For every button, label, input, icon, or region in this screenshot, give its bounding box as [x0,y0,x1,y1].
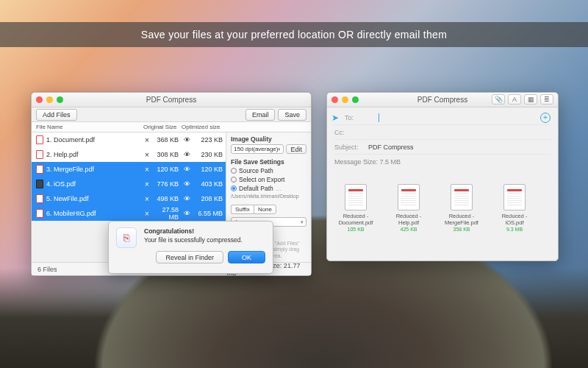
format-icon[interactable]: ≣ [540,94,553,105]
send-icon[interactable]: ➤ [331,113,339,123]
attachment-name: Reduced - Document.pdf [334,213,377,226]
image-quality-dropdown[interactable]: 150 dpi(average) ▾ [231,144,284,154]
preview-icon[interactable]: 👁 [182,151,192,158]
option-select-on-export[interactable]: Select on Export [231,176,306,183]
remove-file-icon[interactable]: × [143,136,151,144]
message-size: Message Size: 7.5 MB [334,158,401,166]
default-path-value: /Users/nikita.bhimani/Desktop [231,194,306,199]
maximize-icon[interactable] [352,96,359,103]
preview-icon[interactable]: 👁 [182,210,192,217]
optimized-size: 6.55 MB [192,210,226,217]
remove-file-icon[interactable]: × [143,151,151,159]
pdf-icon [451,184,473,210]
pdf-icon [36,165,43,174]
attachment-item[interactable]: Reduced - MergeFile.pdf358 KB [440,184,483,232]
pdf-icon [503,184,526,210]
photo-icon[interactable]: ▦ [524,94,537,105]
file-save-settings-label: File Save Settings [231,158,306,166]
optimized-size: 208 KB [192,195,226,202]
image-quality-value: 150 dpi(average) [234,146,278,152]
original-size: 368 KB [151,136,182,144]
col-filename[interactable]: File Name [32,122,143,132]
remove-file-icon[interactable]: × [143,180,151,188]
to-field[interactable] [379,113,536,122]
original-size: 308 KB [151,151,182,158]
file-name: 2. Help.pdf [46,151,79,158]
pdf-icon [36,135,43,144]
pdf-icon [36,209,43,218]
reveal-in-finder-button[interactable]: Reveal in Finder [156,251,223,263]
titlebar[interactable]: PDF Compress 📎 A ▦ ≣ [327,93,558,107]
remove-file-icon[interactable]: × [143,195,151,203]
save-button[interactable]: Save [278,109,306,121]
suffix-seg[interactable]: Suffix [231,205,254,214]
add-files-button[interactable]: Add Files [36,109,77,121]
dialog-title: Congratulations! [144,227,243,235]
file-name: 5. NewFile.pdf [46,195,89,202]
optimized-size: 223 KB [192,136,226,144]
suffix-segmented[interactable]: Suffix None [231,205,306,214]
dialog-app-icon: ⎘ [116,227,137,248]
preview-icon[interactable]: 👁 [182,180,192,188]
window-title: PDF Compress [32,96,311,104]
attachment-item[interactable]: Reduced - iOS.pdf9.3 MB [493,184,536,232]
option-default-label: Default Path [239,185,273,192]
optimized-size: 403 KB [192,180,226,188]
titlebar[interactable]: PDF Compress [32,93,311,107]
ok-button[interactable]: OK [228,251,265,263]
original-size: 498 KB [151,195,182,202]
pdf-icon [36,150,43,159]
pdf-icon [36,194,43,203]
status-file-count: 6 Files [37,266,118,273]
add-recipient-button[interactable]: + [540,113,551,123]
attachment-name: Reduced - MergeFile.pdf [440,213,483,226]
maximize-icon[interactable] [57,96,63,103]
file-name: 1. Document.pdf [46,136,95,144]
email-button[interactable]: Email [245,109,276,121]
file-name: 6. MobileHIG.pdf [46,210,96,217]
cc-label: Cc: [334,129,364,136]
congrats-dialog: ⎘ Congratulations! Your file is sucessfu… [108,221,273,274]
optimized-size: 120 KB [192,166,226,173]
font-icon[interactable]: A [508,94,521,105]
pdf-compress-window: PDF Compress Add Files Email Save File N… [31,92,312,276]
preview-icon[interactable]: 👁 [182,136,192,144]
image-quality-label: Image Quality [231,135,306,143]
attachment-name: Reduced - Help.pdf [387,213,430,226]
attachment-name: Reduced - iOS.pdf [493,213,536,226]
option-export-label: Select on Export [239,176,284,183]
pdf-icon [345,184,367,210]
option-source-label: Source Path [239,167,273,174]
minimize-icon[interactable] [46,96,53,103]
original-size: 120 KB [151,166,182,173]
mail-compose-window: PDF Compress 📎 A ▦ ≣ ➤ To: + Cc: Subject… [326,92,559,261]
attachment-item[interactable]: Reduced - Help.pdf425 KB [387,184,430,232]
attach-icon[interactable]: 📎 [492,94,505,105]
edit-quality-button[interactable]: Edit [286,144,306,154]
file-name: 4. iOS.pdf [46,180,76,188]
close-icon[interactable] [36,96,43,103]
col-original-size[interactable]: Original Size [143,122,182,132]
option-default-path[interactable]: Default Path … [231,185,306,192]
attachment-size: 9.3 MB [506,227,523,232]
preview-icon[interactable]: 👁 [182,166,192,173]
pdf-icon [36,180,43,188]
close-icon[interactable] [331,96,338,103]
table-header: File Name Original Size Optimized size [32,122,311,132]
subject-label: Subject: [334,144,364,151]
col-optimized-size[interactable]: Optimized size [182,122,226,132]
attachment-size: 425 KB [401,227,417,232]
preview-icon[interactable]: 👁 [182,195,192,202]
promo-banner: Save your files at your preferred locati… [0,22,588,47]
remove-file-icon[interactable]: × [143,166,151,174]
original-size: 776 KB [151,180,182,188]
option-source-path[interactable]: Source Path [231,167,306,174]
minimize-icon[interactable] [342,96,348,103]
subject-field[interactable]: PDF Compress [368,144,551,151]
to-label: To: [345,114,374,121]
none-seg[interactable]: None [254,205,276,214]
remove-file-icon[interactable]: × [143,210,151,218]
attachment-item[interactable]: Reduced - Document.pdf105 KB [334,184,377,232]
dialog-message: Your file is sucessfully compressed. [144,236,243,244]
attachments-area: Reduced - Document.pdf105 KBReduced - He… [327,171,558,239]
